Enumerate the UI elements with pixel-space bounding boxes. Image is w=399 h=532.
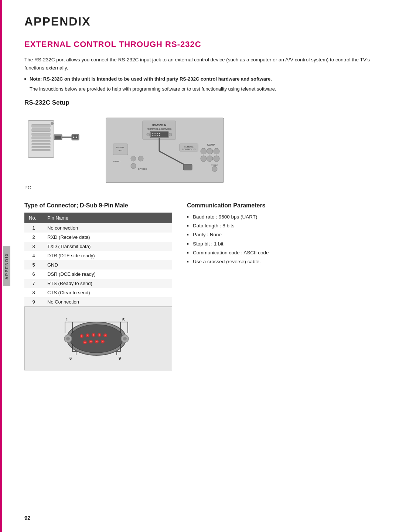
svg-point-99 (102, 341, 103, 342)
col-no-header: No. (24, 213, 43, 223)
comm-params-heading: Communication Parameters (187, 202, 381, 209)
svg-text:5: 5 (122, 318, 125, 322)
svg-text:9: 9 (119, 356, 121, 360)
pin-table: No. Pin Name 1No connection2RXD (Receive… (24, 213, 172, 307)
table-row: 1No connection (24, 223, 172, 233)
table-header-row: No. Pin Name (24, 213, 172, 223)
table-row: 5GND (24, 260, 172, 270)
connector-section: Type of Connector; D-Sub 9-Pin Male No. … (24, 202, 381, 370)
pin-name-cell: RTS (Ready to send) (43, 279, 172, 288)
svg-rect-6 (32, 143, 50, 145)
table-row: 3TXD (Transmit data) (24, 242, 172, 251)
pin-name-cell: GND (43, 260, 172, 270)
svg-text:DIGITAL: DIGITAL (116, 146, 125, 149)
svg-rect-3 (32, 133, 50, 135)
comm-param-item: Communication code : ASCII code (187, 248, 381, 257)
svg-point-97 (90, 341, 92, 342)
comm-param-item: Baud rate : 9600 bps (UART) (187, 213, 381, 221)
pin-number-cell: 8 (24, 288, 43, 297)
svg-text:COMP: COMP (207, 143, 215, 146)
svg-text:AV IN 1: AV IN 1 (113, 160, 121, 163)
pin-name-cell: DSR (DCE side ready) (43, 270, 172, 279)
connector-heading: Type of Connector; D-Sub 9-Pin Male (24, 202, 172, 209)
svg-point-57 (131, 156, 136, 161)
svg-point-89 (93, 334, 94, 336)
svg-point-96 (84, 342, 86, 343)
svg-point-16 (75, 136, 75, 136)
svg-point-98 (96, 341, 98, 342)
svg-rect-5 (32, 140, 50, 142)
main-content: APPENDIX EXTERNAL CONTROL THROUGH RS-232… (13, 0, 399, 532)
svg-point-91 (105, 335, 106, 336)
svg-point-49 (201, 156, 207, 162)
side-tab-label: APPENDIX (3, 246, 10, 286)
svg-point-17 (76, 136, 77, 136)
connector-right: Communication Parameters Baud rate : 960… (187, 202, 381, 267)
comm-param-item: Stop bit : 1 bit (187, 240, 381, 248)
pin-number-cell: 3 (24, 242, 43, 251)
pc-label: PC (24, 185, 31, 190)
pin-name-cell: No Connection (43, 297, 172, 307)
section-heading: EXTERNAL CONTROL THROUGH RS-232C (24, 40, 381, 49)
svg-point-31 (159, 133, 160, 134)
svg-point-37 (147, 133, 150, 136)
sub-heading: RS-232C Setup (24, 99, 381, 106)
pin-number-cell: 1 (24, 223, 43, 233)
table-row: 9No Connection (24, 297, 172, 307)
svg-point-87 (81, 335, 82, 337)
pin-number-cell: 4 (24, 251, 43, 260)
dsub-diagram-svg: 1 5 6 9 (54, 315, 143, 363)
svg-point-33 (154, 135, 155, 136)
pin-name-cell: TXD (Transmit data) (43, 242, 172, 251)
table-wrap: No. Pin Name 1No connection2RXD (Receive… (24, 213, 172, 307)
svg-rect-55 (183, 164, 192, 170)
svg-text:6: 6 (69, 356, 72, 360)
svg-point-59 (131, 163, 136, 169)
svg-rect-11 (55, 136, 61, 139)
svg-rect-1 (32, 124, 50, 127)
svg-rect-7 (32, 146, 50, 148)
table-row: 6DSR (DCE side ready) (24, 270, 172, 279)
svg-text:CONTROL IN: CONTROL IN (182, 148, 196, 150)
pin-number-cell: 9 (24, 297, 43, 307)
page-title: APPENDIX (24, 15, 381, 28)
svg-point-29 (156, 133, 157, 134)
connector-left: Type of Connector; D-Sub 9-Pin Male No. … (24, 202, 172, 370)
svg-point-27 (152, 133, 153, 134)
svg-point-32 (152, 135, 153, 136)
svg-point-58 (138, 156, 143, 161)
table-row: 4DTR (DTE side ready) (24, 251, 172, 260)
svg-text:S-VIDEO: S-VIDEO (138, 168, 147, 170)
svg-point-19 (75, 137, 75, 138)
svg-point-81 (123, 337, 127, 340)
svg-point-88 (87, 335, 88, 336)
svg-text:VIDEO: VIDEO (211, 164, 218, 166)
svg-point-51 (214, 148, 219, 154)
svg-point-77 (70, 325, 123, 353)
table-row: 8CTS (Clear to send) (24, 288, 172, 297)
pc-illustration-wrap: PC (24, 113, 102, 190)
svg-point-47 (201, 148, 207, 154)
svg-text:RS-232C IN: RS-232C IN (152, 124, 166, 126)
svg-point-50 (207, 156, 213, 162)
svg-point-35 (157, 135, 158, 136)
svg-text:(CONTROL & SERVICE): (CONTROL & SERVICE) (147, 128, 172, 130)
svg-text:OPT.: OPT. (118, 149, 123, 152)
svg-rect-26 (151, 132, 168, 137)
connector-diagram-box: 1 5 6 9 (24, 307, 172, 370)
svg-point-36 (159, 135, 160, 136)
tv-svg: RS-232C IN (CONTROL & SERVICE) (106, 114, 224, 188)
svg-point-9 (51, 122, 54, 125)
page-number: 92 (24, 515, 31, 521)
svg-rect-2 (32, 129, 50, 132)
svg-point-48 (207, 148, 213, 154)
svg-point-52 (214, 156, 219, 162)
pin-number-cell: 6 (24, 270, 43, 279)
pin-number-cell: 7 (24, 279, 43, 288)
note-bold: Note: RS-232C on this unit is intended t… (30, 76, 272, 82)
pin-name-cell: No connection (43, 223, 172, 233)
pc-svg (24, 113, 102, 183)
svg-point-30 (157, 133, 158, 134)
setup-diagram: PC RS-232C IN (CONTROL & SERVICE) (24, 113, 381, 190)
svg-point-61 (212, 166, 217, 172)
